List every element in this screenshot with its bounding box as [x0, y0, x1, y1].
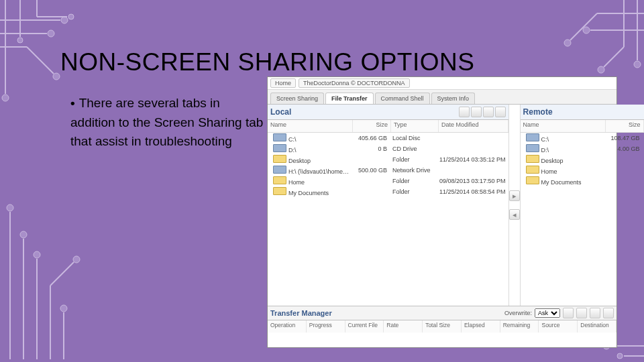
remote-rows: C:\108.47 GBLocal DiscD:\4.00 GBLocal Di…: [521, 133, 644, 306]
embedded-screenshot: Home TheDoctorDonna © DOCTORDONNA Screen…: [267, 76, 617, 348]
table-row[interactable]: DesktopFolder11/25/2014 03:35:12 PM: [268, 154, 508, 165]
tmgr-col[interactable]: Progress: [307, 320, 345, 333]
tmgr-col[interactable]: Elapsed: [462, 320, 500, 333]
table-row[interactable]: My DocumentsFolder11/17/2014 03:23:42 PM: [521, 176, 644, 186]
play-icon[interactable]: [563, 308, 574, 318]
folder-up-icon[interactable]: [459, 107, 470, 117]
tab-system-info[interactable]: System Info: [431, 93, 476, 104]
remote-panel: Remote Name Size Type Date Modified: [521, 105, 644, 306]
panels: Local Name Size Type Date Modified C:\40…: [268, 105, 616, 306]
tmgr-col[interactable]: Operation: [268, 320, 307, 333]
transfer-manager-header: Transfer Manager Overwrite: Ask: [268, 306, 616, 320]
local-column-headers: Name Size Type Date Modified: [268, 120, 508, 133]
tab-file-transfer[interactable]: File Transfer: [325, 93, 374, 104]
svg-point-3: [48, 30, 54, 37]
stop-icon[interactable]: [590, 308, 600, 318]
local-panel: Local Name Size Type Date Modified C:\40…: [268, 105, 509, 306]
breadcrumb-path: TheDoctorDonna © DOCTORDONNA: [299, 78, 410, 88]
remote-panel-header: Remote: [521, 105, 644, 120]
pause-icon[interactable]: [576, 308, 587, 318]
local-toolbar: [459, 107, 506, 117]
svg-point-23: [598, 66, 604, 73]
table-row[interactable]: D:\4.00 GBLocal Disc: [521, 143, 644, 154]
bullet-list: •There are several tabs in addition to t…: [70, 94, 265, 152]
clear-icon[interactable]: [603, 308, 614, 318]
tmgr-col[interactable]: Destination: [578, 320, 616, 333]
tab-command-shell[interactable]: Command Shell: [375, 93, 430, 104]
tab-screen-sharing[interactable]: Screen Sharing: [270, 93, 324, 104]
svg-line-5: [27, 47, 54, 74]
bullet-marker: •: [70, 96, 75, 110]
svg-point-1: [61, 17, 68, 23]
col-name[interactable]: Name: [521, 120, 606, 132]
svg-point-10: [2, 95, 9, 101]
tmgr-col[interactable]: Source: [539, 320, 578, 333]
tmgr-col[interactable]: Total Size: [423, 320, 462, 333]
svg-point-8: [17, 38, 23, 43]
table-row[interactable]: DesktopFolder11/26/2014 05:05:39 PM: [521, 154, 644, 165]
table-row[interactable]: C:\108.47 GBLocal Disc: [521, 133, 644, 143]
send-right-icon[interactable]: ▸: [509, 190, 520, 201]
tmgr-col[interactable]: Rate: [384, 320, 423, 333]
bullet-text: There are several tabs in addition to th…: [70, 96, 263, 148]
svg-point-27: [20, 231, 27, 238]
slide-title: NON-SCREEN SHARING OPTIONS: [60, 48, 474, 76]
tab-bar: Screen SharingFile TransferCommand Shell…: [268, 90, 616, 105]
breadcrumb: Home TheDoctorDonna © DOCTORDONNA: [268, 77, 616, 90]
svg-point-38: [617, 353, 623, 359]
svg-point-29: [34, 251, 40, 258]
svg-point-34: [60, 305, 67, 312]
svg-point-6: [53, 73, 60, 80]
transfer-manager-label: Transfer Manager: [270, 309, 332, 317]
transfer-manager-columns: OperationProgressCurrent FileRateTotal S…: [268, 320, 616, 333]
svg-line-22: [604, 47, 624, 67]
svg-point-18: [583, 27, 590, 34]
remote-label: Remote: [523, 107, 553, 117]
table-row[interactable]: HomeFolder09/08/2013 03:17:50 PM: [268, 176, 508, 186]
table-row[interactable]: D:\0 BCD Drive: [268, 143, 508, 154]
svg-line-31: [50, 262, 74, 286]
col-date[interactable]: Date Modified: [439, 120, 508, 132]
local-rows: C:\405.66 GBLocal DiscD:\0 BCD DriveDesk…: [268, 133, 508, 306]
col-size[interactable]: Size: [606, 120, 644, 132]
col-type[interactable]: Type: [391, 120, 439, 132]
tmgr-col[interactable]: Remaining: [500, 320, 539, 333]
overwrite-control: Overwrite: Ask: [504, 308, 614, 318]
col-size[interactable]: Size: [353, 120, 391, 132]
svg-point-20: [634, 61, 641, 68]
send-left-icon[interactable]: ◂: [509, 209, 520, 220]
breadcrumb-home[interactable]: Home: [270, 78, 296, 88]
svg-point-25: [7, 204, 13, 211]
svg-point-13: [68, 14, 74, 19]
refresh-icon[interactable]: [471, 107, 482, 117]
overwrite-label: Overwrite:: [504, 310, 532, 316]
table-row[interactable]: H:\ (\\dsvau01\home\e…)500.00 GBNetwork …: [268, 165, 508, 176]
new-folder-icon[interactable]: [483, 107, 494, 117]
svg-point-32: [73, 256, 80, 263]
svg-point-16: [564, 40, 571, 46]
local-panel-header: Local: [268, 105, 508, 120]
local-label: Local: [270, 107, 291, 117]
tmgr-col[interactable]: Current File: [345, 320, 384, 333]
slide: NON-SCREEN SHARING OPTIONS •There are se…: [0, 0, 644, 362]
col-name[interactable]: Name: [268, 120, 353, 132]
table-row[interactable]: My DocumentsFolder11/25/2014 08:58:54 PM: [268, 186, 508, 197]
delete-icon[interactable]: [495, 107, 506, 117]
decoration-bottom-left: [0, 185, 134, 362]
table-row[interactable]: HomeFolder11/07/2014 01:49:54 PM: [521, 165, 644, 176]
table-row[interactable]: C:\405.66 GBLocal Disc: [268, 133, 508, 143]
overwrite-select[interactable]: Ask: [535, 308, 560, 318]
remote-column-headers: Name Size Type Date Modified: [521, 120, 644, 133]
transfer-arrows: ▸ ◂: [509, 105, 521, 306]
svg-line-15: [570, 13, 597, 40]
